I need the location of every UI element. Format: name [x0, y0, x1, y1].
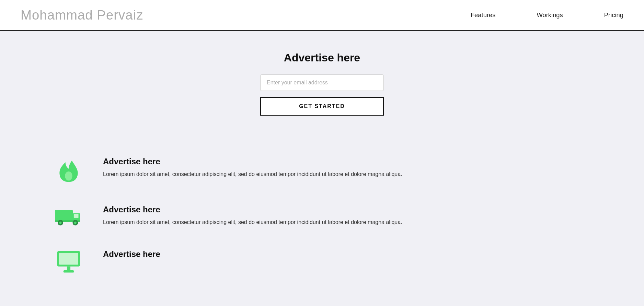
feature-description-1: Lorem ipsum dolor sit amet, consectetur …: [103, 170, 402, 179]
svg-point-8: [74, 222, 77, 224]
monitor-icon: [55, 249, 82, 273]
get-started-button[interactable]: GET STARTED: [260, 97, 384, 116]
feature-item-1: Advertise here Lorem ipsum dolor sit ame…: [55, 157, 589, 184]
email-input[interactable]: [260, 74, 384, 91]
header: Mohammad Pervaiz Features Workings Prici…: [0, 0, 644, 31]
feature-item-2: Advertise here Lorem ipsum dolor sit ame…: [55, 205, 589, 229]
svg-rect-10: [59, 253, 78, 264]
svg-rect-11: [67, 267, 70, 271]
nav-pricing[interactable]: Pricing: [604, 11, 623, 19]
feature-description-2: Lorem ipsum dolor sit amet, consectetur …: [103, 218, 402, 227]
feature-text-1: Advertise here Lorem ipsum dolor sit ame…: [103, 157, 402, 179]
feature-item-3: Advertise here: [55, 249, 589, 273]
nav-workings[interactable]: Workings: [537, 11, 563, 19]
truck-icon: [55, 205, 82, 229]
svg-rect-3: [74, 214, 79, 218]
svg-point-0: [65, 172, 72, 181]
feature-title-2: Advertise here: [103, 205, 402, 214]
feature-title-1: Advertise here: [103, 157, 402, 166]
feature-title-3: Advertise here: [103, 249, 160, 259]
nav-features[interactable]: Features: [471, 11, 496, 19]
hero-section: Advertise here GET STARTED: [0, 31, 644, 143]
svg-rect-12: [64, 270, 74, 272]
flame-icon: [55, 157, 82, 184]
brand-title: Mohammad Pervaiz: [21, 8, 143, 23]
features-section: Advertise here Lorem ipsum dolor sit ame…: [0, 143, 644, 294]
feature-text-2: Advertise here Lorem ipsum dolor sit ame…: [103, 205, 402, 227]
hero-title: Advertise here: [284, 51, 360, 64]
svg-rect-1: [55, 210, 73, 221]
svg-point-6: [59, 222, 62, 224]
main-nav: Features Workings Pricing: [471, 11, 623, 19]
feature-text-3: Advertise here: [103, 249, 160, 262]
